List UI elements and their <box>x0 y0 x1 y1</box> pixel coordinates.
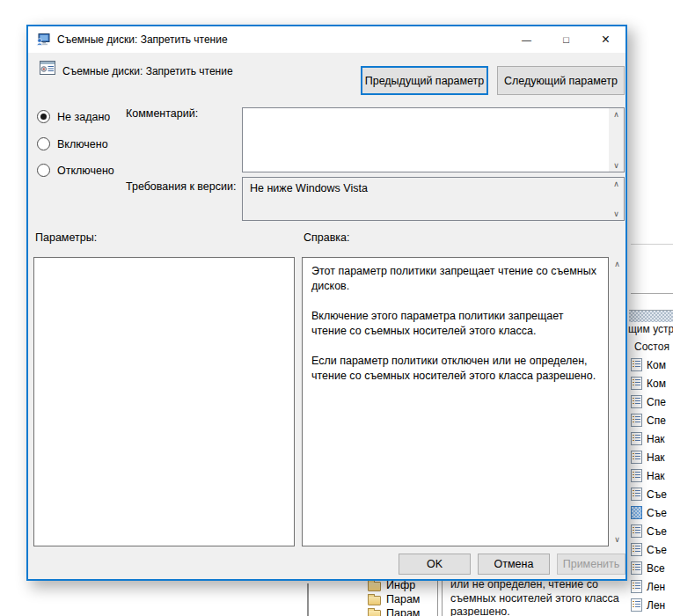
list-item-label: Нак <box>647 470 665 482</box>
window-controls: — □ × <box>507 26 625 53</box>
policy-item-icon <box>631 524 642 538</box>
scroll-up-icon[interactable]: ∧ <box>609 109 624 120</box>
apply-button-disabled[interactable]: Применить <box>557 554 625 575</box>
help-text-pane: Этот параметр политики запрещает чтение … <box>302 257 609 546</box>
list-item-label: Съе <box>647 507 667 519</box>
policy-item-icon <box>631 451 642 464</box>
radio-not-configured[interactable]: Не задано <box>37 110 110 123</box>
list-item[interactable]: Съе <box>629 540 673 559</box>
folder-icon <box>368 610 381 616</box>
state-column-header[interactable]: Состоя <box>634 341 669 353</box>
previous-setting-button[interactable]: Предыдущий параметр <box>361 66 488 95</box>
list-item[interactable]: Все <box>629 559 673 577</box>
radio-label: Включено <box>57 138 108 150</box>
pane-divider-line <box>631 293 673 294</box>
radio-button-icon[interactable] <box>37 164 50 177</box>
supported-on-scrollbar[interactable]: ∧ ∨ <box>609 178 624 220</box>
list-item[interactable]: Съе <box>629 522 673 540</box>
console-tree: Инфр Парам Парам <box>368 578 420 616</box>
radio-disabled[interactable]: Отключено <box>37 164 114 177</box>
list-item-selected[interactable]: Съе <box>629 503 673 522</box>
maximize-icon[interactable]: □ <box>546 26 586 53</box>
policy-settings-list: Ком Ком Спе Спе Нак Нак Нак Съе Съе Съе … <box>629 356 673 616</box>
help-paragraph: Включение этого параметра политики запре… <box>311 309 599 339</box>
policy-item-icon <box>631 395 642 408</box>
selected-setting-partial-title: щим устр <box>628 323 673 335</box>
scroll-down-icon[interactable]: ∨ <box>610 534 625 545</box>
policy-setting-icon <box>40 61 55 75</box>
scroll-down-icon[interactable]: ∨ <box>609 209 624 219</box>
list-item-label: Нак <box>647 451 665 464</box>
policy-item-icon <box>631 432 642 445</box>
supported-on-field[interactable]: Не ниже Windows Vista ∧ ∨ <box>242 177 625 221</box>
tree-item[interactable]: Парам <box>368 606 420 616</box>
selected-title-band <box>629 311 673 322</box>
list-item[interactable]: Ком <box>629 356 673 374</box>
next-setting-button[interactable]: Следующий параметр <box>497 66 625 95</box>
list-item-label: Съе <box>647 544 667 556</box>
help-paragraph: Этот параметр политики запрещает чтение … <box>311 264 599 294</box>
list-item[interactable]: Съе <box>629 485 673 503</box>
list-item-label: Спе <box>647 396 666 408</box>
policy-item-icon <box>631 543 642 556</box>
policy-item-icon <box>631 488 642 501</box>
policy-item-icon <box>631 377 642 390</box>
ok-button[interactable]: OK <box>399 554 471 575</box>
supported-on-label: Требования к версии: <box>126 180 236 193</box>
comment-label: Комментарий: <box>126 107 198 120</box>
window-title: Съемные диски: Запретить чтение <box>57 33 228 46</box>
tree-item-label: Парам <box>386 607 420 616</box>
background-settings-list-panel: щим устр Состоя Ком Ком Спе Спе Нак Нак … <box>627 0 673 616</box>
policy-item-icon <box>631 469 642 482</box>
policy-item-icon <box>631 561 642 575</box>
supported-on-value: Не ниже Windows Vista <box>250 182 368 194</box>
list-item-label: Ком <box>647 359 666 371</box>
extended-help-text: или не определен, чтение со съемных носи… <box>450 578 653 616</box>
options-pane <box>33 257 295 546</box>
list-item-label: Ком <box>647 378 666 390</box>
scroll-down-icon[interactable]: ∨ <box>609 160 624 171</box>
list-item[interactable]: Нак <box>629 466 673 485</box>
policy-item-icon <box>631 414 642 427</box>
tree-item-label: Инфр <box>386 579 415 591</box>
title-bar[interactable]: Съемные диски: Запретить чтение — □ × <box>28 26 625 53</box>
pane-splitter[interactable] <box>437 581 443 616</box>
folder-icon <box>368 582 381 591</box>
policy-item-icon-selected <box>631 506 642 519</box>
policy-item-icon <box>631 358 642 371</box>
radio-label: Не задано <box>57 111 110 123</box>
comment-scrollbar[interactable]: ∧ ∨ <box>609 108 624 172</box>
radio-button-icon[interactable] <box>37 110 50 123</box>
help-label: Справка: <box>304 231 350 244</box>
list-item[interactable]: Нак <box>629 429 673 448</box>
radio-label: Отключено <box>57 165 114 177</box>
comment-input[interactable]: ∧ ∨ <box>242 107 625 172</box>
gpedit-app-icon <box>36 33 50 47</box>
help-paragraph: Если параметр политики отключен или не о… <box>311 354 599 384</box>
help-line: разрешено. <box>450 605 653 616</box>
folder-icon <box>368 596 381 605</box>
close-icon[interactable]: × <box>586 26 625 53</box>
radio-button-icon[interactable] <box>37 137 50 150</box>
list-item-label: Съе <box>647 525 667 538</box>
radio-enabled[interactable]: Включено <box>37 137 108 150</box>
help-line: съемных носителей этого класса <box>450 592 653 606</box>
cancel-button[interactable]: Отмена <box>478 554 550 575</box>
setting-title: Съемные диски: Запретить чтение <box>62 65 233 77</box>
scroll-up-icon[interactable]: ∧ <box>609 179 624 189</box>
list-item[interactable]: Ком <box>629 374 673 392</box>
list-item[interactable]: Спе <box>629 411 673 429</box>
list-item[interactable]: Спе <box>629 392 673 411</box>
list-item[interactable]: Нак <box>629 448 673 466</box>
list-item-label: Нак <box>647 433 665 445</box>
list-item-label: Все <box>647 562 665 575</box>
list-item-label: Спе <box>647 414 666 427</box>
minimize-icon[interactable]: — <box>507 26 546 53</box>
background-bottom-pane: Инфр Парам Парам или не определен, чтени… <box>0 581 673 616</box>
scroll-up-icon[interactable]: ∧ <box>610 259 625 269</box>
tree-item-label: Парам <box>386 593 420 605</box>
pane-divider-line <box>631 244 673 245</box>
tree-item[interactable]: Парам <box>368 592 420 606</box>
help-scrollbar[interactable]: ∧ ∨ <box>610 257 625 546</box>
policy-setting-dialog: Съемные диски: Запретить чтение — □ × Съ… <box>26 25 627 581</box>
